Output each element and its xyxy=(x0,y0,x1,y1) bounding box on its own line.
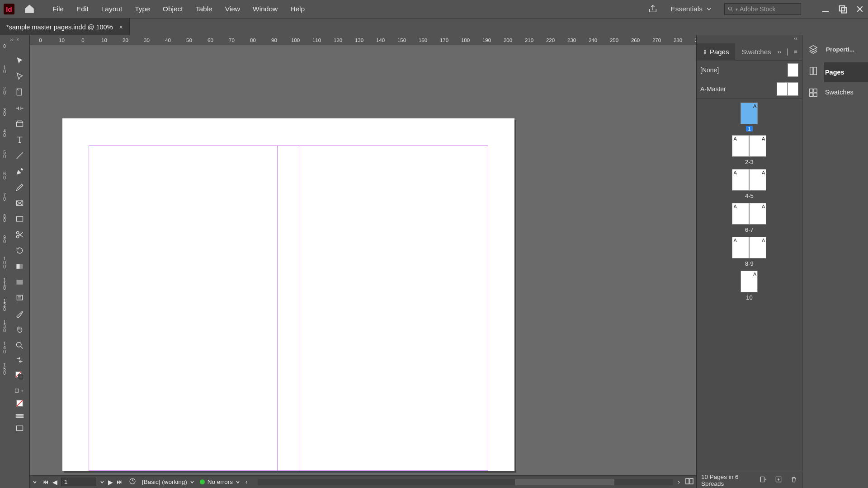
workspace-switcher[interactable]: Essentials xyxy=(666,5,716,13)
master-none-label: [None] xyxy=(700,66,719,74)
gradient-feather-tool[interactable] xyxy=(12,274,28,290)
swatches-dock-icon[interactable] xyxy=(808,88,818,99)
direct-selection-tool[interactable] xyxy=(12,69,28,84)
page-navigator[interactable]: ⏮ ◀ 1 ▶ ⏭ xyxy=(42,478,123,486)
window-minimize[interactable] xyxy=(821,5,830,14)
prev-page-button[interactable]: ◀ xyxy=(52,479,57,486)
panel-collapse[interactable]: ‹‹ xyxy=(697,35,802,43)
menu-object[interactable]: Object xyxy=(156,0,189,18)
canvas[interactable] xyxy=(30,45,696,475)
share-button[interactable] xyxy=(648,4,658,14)
pages-tab[interactable]: ▲▼ Pages xyxy=(697,43,735,61)
screen-mode[interactable] xyxy=(12,422,28,434)
status-bar: ⏮ ◀ 1 ▶ ⏭ [Basic] (working) No errors ‹ … xyxy=(30,475,696,488)
line-tool[interactable] xyxy=(12,148,28,163)
screen-mode-rows[interactable] xyxy=(12,410,28,422)
page-tool[interactable] xyxy=(12,84,28,100)
selection-tool[interactable] xyxy=(12,53,28,68)
pages-dock-icon[interactable] xyxy=(808,66,818,78)
zoom-tool[interactable] xyxy=(12,338,28,353)
trash-icon xyxy=(790,476,797,483)
spread[interactable]: AA6-7 xyxy=(732,203,766,233)
page-thumbnail[interactable]: A xyxy=(732,135,749,157)
spread[interactable]: AA8-9 xyxy=(732,237,766,267)
pencil-tool[interactable] xyxy=(12,179,28,195)
document-tab-close[interactable]: × xyxy=(119,23,123,31)
swatches-dock-tab[interactable]: Swatches xyxy=(824,82,868,102)
view-split[interactable] xyxy=(685,478,693,486)
fill-stroke[interactable] xyxy=(12,366,28,385)
scrollbar-thumb[interactable] xyxy=(515,479,614,485)
menu-type[interactable]: Type xyxy=(128,0,156,18)
next-page-button[interactable]: ▶ xyxy=(108,479,113,486)
preflight-profile[interactable]: [Basic] (working) xyxy=(142,479,194,485)
page-thumbnail[interactable]: A xyxy=(749,169,766,191)
note-tool[interactable] xyxy=(12,290,28,305)
apply-none[interactable] xyxy=(12,396,28,410)
preflight-status[interactable]: No errors xyxy=(200,479,240,485)
home-button[interactable] xyxy=(24,3,35,15)
scissors-tool[interactable] xyxy=(12,227,28,242)
page-thumbnail[interactable]: A xyxy=(732,169,749,191)
delete-page-button[interactable] xyxy=(790,476,797,484)
spread[interactable]: A1 xyxy=(741,103,758,131)
master-indicator: A xyxy=(733,136,736,141)
fill-stroke-swap[interactable] xyxy=(12,353,28,366)
gradient-swatch-tool[interactable] xyxy=(12,258,28,274)
document-tab[interactable]: *sample master pages.indd @ 100% × xyxy=(0,19,130,35)
page-thumbnail[interactable]: A xyxy=(732,237,749,258)
page-thumbnail[interactable]: A xyxy=(732,203,749,225)
free-transform-tool[interactable] xyxy=(12,243,28,258)
ruler-tick: 30 xyxy=(0,107,9,128)
page-thumbnail[interactable]: A xyxy=(741,103,758,124)
none-icon xyxy=(15,399,24,408)
spread[interactable]: AA2-3 xyxy=(732,135,766,165)
page-thumbnail[interactable]: A xyxy=(741,271,758,292)
properties-dock-tab[interactable]: Properti... xyxy=(824,42,868,57)
panel-expand[interactable]: ›› xyxy=(778,48,782,55)
first-page-button[interactable]: ⏮ xyxy=(42,479,49,485)
edit-page-size-button[interactable] xyxy=(760,476,767,484)
page-field[interactable]: 1 xyxy=(61,478,96,486)
menu-layout[interactable]: Layout xyxy=(95,0,129,18)
last-page-button[interactable]: ⏭ xyxy=(117,479,123,485)
window-close[interactable] xyxy=(855,5,864,14)
zoom-dropdown[interactable] xyxy=(33,480,37,484)
master-a[interactable]: A-Master xyxy=(697,80,802,99)
rectangle-tool[interactable] xyxy=(12,211,28,226)
menu-help[interactable]: Help xyxy=(284,0,311,18)
menu-file[interactable]: File xyxy=(46,0,70,18)
page-thumbnail[interactable]: A xyxy=(749,237,766,258)
content-collector-tool[interactable] xyxy=(12,116,28,131)
spread[interactable]: AA4-5 xyxy=(732,169,766,199)
pages-dock-tab[interactable]: Pages xyxy=(824,62,868,82)
scroll-left[interactable]: ‹ xyxy=(245,479,248,485)
swatches-tab[interactable]: Swatches xyxy=(735,43,777,61)
eyedropper-tool[interactable] xyxy=(12,306,28,321)
gap-tool[interactable] xyxy=(12,100,28,116)
page-thumbnail[interactable]: A xyxy=(749,203,766,225)
layers-dock-icon[interactable] xyxy=(808,44,818,56)
svg-rect-28 xyxy=(760,477,764,482)
menu-window[interactable]: Window xyxy=(246,0,284,18)
vertical-ruler: 0102030405060708090100110120130140150 xyxy=(0,43,9,488)
menu-view[interactable]: View xyxy=(219,0,246,18)
window-maximize[interactable] xyxy=(838,5,847,14)
page-thumbnail[interactable]: A xyxy=(749,135,766,157)
panel-menu[interactable]: ≡ xyxy=(794,48,797,55)
tools-collapse[interactable]: ›› × xyxy=(0,35,29,43)
stock-search[interactable]: ▾ Adobe Stock xyxy=(724,3,801,15)
menu-edit[interactable]: Edit xyxy=(70,0,95,18)
rectangle-frame-tool[interactable] xyxy=(12,195,28,211)
pen-tool[interactable] xyxy=(12,164,28,179)
menu-table[interactable]: Table xyxy=(189,0,219,18)
new-page-button[interactable] xyxy=(775,476,782,484)
master-none[interactable]: [None] xyxy=(697,61,802,80)
formatting-container[interactable]: T xyxy=(12,385,28,396)
horizontal-scrollbar[interactable] xyxy=(258,479,673,485)
hand-tool[interactable] xyxy=(12,322,28,337)
type-tool[interactable] xyxy=(12,132,28,147)
preflight-menu[interactable] xyxy=(128,477,137,487)
scroll-right[interactable]: › xyxy=(678,479,680,485)
spread[interactable]: A10 xyxy=(741,271,758,301)
